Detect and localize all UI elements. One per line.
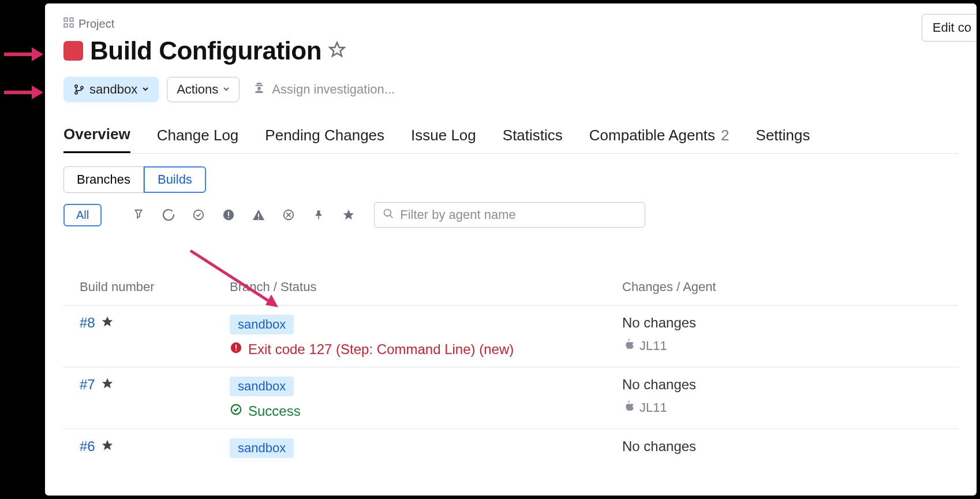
subtab-branches[interactable]: Branches <box>63 166 144 193</box>
filter-pinned-icon[interactable] <box>304 204 334 225</box>
changes-text: No changes <box>622 438 958 455</box>
tab-compatible-agents[interactable]: Compatible Agents2 <box>589 125 730 153</box>
breadcrumb-label: Project <box>78 17 114 31</box>
build-number-link[interactable]: #8 <box>80 315 95 331</box>
investigator-icon <box>252 81 266 98</box>
breadcrumb[interactable]: Project <box>63 17 958 31</box>
subtab-builds[interactable]: Builds <box>144 166 206 193</box>
branch-tag[interactable]: sandbox <box>230 438 294 458</box>
svg-rect-16 <box>258 214 259 217</box>
filter-all[interactable]: All <box>63 204 102 226</box>
project-grid-icon <box>63 17 74 31</box>
tab-pending-changes[interactable]: Pending Changes <box>265 125 384 153</box>
build-number-link[interactable]: #6 <box>80 438 95 455</box>
svg-point-11 <box>81 87 83 89</box>
build-status-text[interactable]: Success <box>248 403 301 419</box>
svg-rect-4 <box>64 18 68 21</box>
actions-label: Actions <box>177 82 218 97</box>
filter-success-icon[interactable] <box>184 204 214 225</box>
favorite-star-icon[interactable] <box>101 439 114 454</box>
branch-icon <box>73 84 85 95</box>
changes-text: No changes <box>622 377 958 393</box>
svg-rect-5 <box>70 18 73 21</box>
svg-rect-15 <box>228 217 229 218</box>
chevron-down-icon <box>142 85 149 94</box>
branch-selector[interactable]: sandbox <box>63 77 159 102</box>
assign-investigation-button[interactable]: Assign investigation... <box>252 81 395 98</box>
build-row[interactable]: #7 sandbox Success No changes <box>63 367 958 429</box>
svg-marker-1 <box>32 47 43 61</box>
actions-button[interactable]: Actions <box>167 77 240 102</box>
svg-point-10 <box>75 92 77 94</box>
svg-rect-7 <box>70 24 73 27</box>
main-tabs: Overview Change Log Pending Changes Issu… <box>63 125 958 154</box>
agent-filter-input-wrapper[interactable] <box>374 202 645 228</box>
build-row[interactable]: #6 sandbox No changes <box>63 429 958 467</box>
column-header-changes-agent: Changes / Agent <box>622 280 958 295</box>
favorite-star-icon[interactable] <box>101 315 114 330</box>
filter-warning-icon[interactable] <box>244 204 274 225</box>
changes-text: No changes <box>622 315 958 331</box>
apple-icon <box>622 338 634 354</box>
filter-cancelled-icon[interactable] <box>274 204 304 225</box>
main-panel: Edit co Project Build Configuration sand… <box>44 2 978 497</box>
annotation-arrow <box>3 81 43 104</box>
svg-rect-28 <box>235 345 237 349</box>
svg-marker-32 <box>102 440 113 450</box>
annotation-arrow-diagonal <box>185 245 289 314</box>
svg-rect-17 <box>258 218 259 219</box>
tab-settings[interactable]: Settings <box>756 125 810 153</box>
svg-rect-29 <box>235 350 237 351</box>
agent-name[interactable]: JL11 <box>639 400 667 415</box>
apple-icon <box>622 400 634 416</box>
agent-filter-input[interactable] <box>400 207 637 222</box>
filter-favorite-icon[interactable] <box>334 204 364 225</box>
agent-name[interactable]: JL11 <box>639 338 667 353</box>
favorite-star-icon[interactable] <box>328 41 346 61</box>
svg-marker-30 <box>102 378 113 388</box>
svg-marker-26 <box>102 316 113 326</box>
build-row[interactable]: #8 sandbox Exit code 127 (Step: Command … <box>63 305 958 367</box>
page-title: Build Configuration <box>90 36 321 65</box>
assign-investigation-label: Assign investigation... <box>272 82 395 97</box>
tab-change-log[interactable]: Change Log <box>157 125 239 153</box>
build-number-link[interactable]: #7 <box>80 377 95 393</box>
edit-configuration-button[interactable]: Edit co <box>922 14 978 42</box>
success-icon <box>230 403 242 419</box>
filter-running-icon[interactable] <box>154 204 184 225</box>
search-icon <box>383 208 394 222</box>
tab-statistics[interactable]: Statistics <box>503 125 563 153</box>
svg-point-22 <box>384 210 391 217</box>
svg-marker-21 <box>343 210 354 219</box>
svg-marker-3 <box>32 85 43 99</box>
chevron-down-icon <box>223 85 230 94</box>
filter-error-icon[interactable] <box>214 204 244 225</box>
svg-line-23 <box>390 215 393 218</box>
branch-selector-label: sandbox <box>89 82 137 97</box>
annotation-arrow <box>3 43 43 66</box>
filter-queued-icon[interactable] <box>124 204 154 225</box>
error-icon <box>230 341 242 358</box>
svg-point-9 <box>75 85 77 87</box>
favorite-star-icon[interactable] <box>101 377 114 392</box>
build-status-text[interactable]: Exit code 127 (Step: Command Line) (new) <box>248 341 514 358</box>
tab-overview[interactable]: Overview <box>63 125 130 153</box>
svg-rect-14 <box>228 212 229 216</box>
tab-issue-log[interactable]: Issue Log <box>411 125 476 153</box>
svg-point-12 <box>194 210 204 220</box>
column-header-branch-status: Branch / Status <box>230 280 622 295</box>
build-status-indicator <box>63 41 83 61</box>
branch-tag[interactable]: sandbox <box>230 377 294 396</box>
svg-marker-8 <box>330 43 345 57</box>
svg-rect-6 <box>64 24 68 27</box>
branch-tag[interactable]: sandbox <box>230 315 294 334</box>
svg-line-24 <box>190 251 271 303</box>
